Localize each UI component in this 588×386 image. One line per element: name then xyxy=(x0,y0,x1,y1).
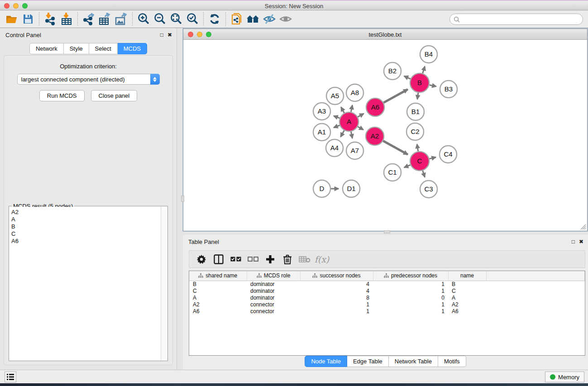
table-row[interactable]: Adominator80A xyxy=(189,294,585,301)
cell-MCDS-role[interactable]: dominator xyxy=(247,294,300,301)
show-network-icon[interactable] xyxy=(277,11,294,27)
cell-successor-nodes[interactable]: 4 xyxy=(300,281,373,287)
float-panel-icon[interactable]: □ xyxy=(160,32,163,38)
table-row[interactable]: Cdominator41C xyxy=(189,287,585,294)
close-table-panel-icon[interactable]: ✖ xyxy=(579,239,583,244)
cell-shared-name[interactable]: A6 xyxy=(189,308,247,315)
open-file-icon[interactable] xyxy=(4,11,20,27)
edge-A6-B[interactable] xyxy=(383,89,407,102)
column-header-predecessor-nodes[interactable]: predecessor nodes xyxy=(373,271,448,281)
cell-predecessor-nodes[interactable]: 1 xyxy=(373,301,448,308)
zoom-out-icon[interactable] xyxy=(152,11,168,27)
edge-C-C4[interactable] xyxy=(429,157,435,158)
float-table-panel-icon[interactable]: □ xyxy=(572,239,575,244)
node-table[interactable]: shared nameMCDS rolesuccessor nodesprede… xyxy=(189,271,585,356)
column-header-shared-name[interactable]: shared name xyxy=(189,271,247,281)
cell-name[interactable]: A2 xyxy=(448,301,486,308)
edge-C-C1[interactable] xyxy=(404,165,411,167)
cell-name[interactable]: B xyxy=(448,281,486,287)
export-image-icon[interactable] xyxy=(113,11,129,27)
edge-A-A5[interactable] xyxy=(341,107,344,113)
cell-name[interactable]: A6 xyxy=(448,308,486,315)
tab-edge-table[interactable]: Edge Table xyxy=(347,356,389,367)
search-input[interactable] xyxy=(462,16,579,23)
settings-gear-icon[interactable] xyxy=(194,253,209,266)
run-mcds-button[interactable]: Run MCDS xyxy=(39,90,85,101)
optimization-criterion-select[interactable]: largest connected component (directed) xyxy=(17,74,160,85)
result-item[interactable]: C xyxy=(11,230,159,238)
cell-name[interactable]: C xyxy=(448,287,486,294)
cell-MCDS-role[interactable]: connector xyxy=(247,301,300,308)
edge-B-B2[interactable] xyxy=(404,76,411,79)
deselect-all-checkboxes-icon[interactable] xyxy=(245,253,261,266)
cell-name[interactable]: A xyxy=(448,294,486,301)
edge-C-C2[interactable] xyxy=(417,144,418,152)
tab-select[interactable]: Select xyxy=(89,43,118,54)
cell-shared-name[interactable]: A2 xyxy=(189,301,247,308)
edge-A-A2[interactable] xyxy=(358,127,363,130)
edge-A-A4[interactable] xyxy=(341,130,344,137)
zoom-in-icon[interactable] xyxy=(135,11,152,27)
zoom-selected-icon[interactable] xyxy=(184,11,201,27)
import-network-icon[interactable] xyxy=(42,11,58,27)
horizontal-splitter-handle[interactable] xyxy=(384,230,390,234)
edge-A2-C[interactable] xyxy=(383,141,407,154)
window-resize-grip[interactable] xyxy=(580,224,586,230)
tab-mcds[interactable]: MCDS xyxy=(118,43,147,54)
cell-predecessor-nodes[interactable]: 1 xyxy=(373,308,448,315)
cell-successor-nodes[interactable]: 8 xyxy=(300,294,373,301)
edge-A-A3[interactable] xyxy=(334,116,339,118)
network-graph[interactable]: B4B2BB3A5A8A6B1A3AA1C2A2A4A7C4CC1C3DD1 xyxy=(183,40,587,231)
cell-predecessor-nodes[interactable]: 0 xyxy=(373,294,448,301)
table-row[interactable]: A2connector11A2 xyxy=(189,301,585,308)
open-session-file-icon[interactable] xyxy=(229,11,245,27)
edge-B-B1[interactable] xyxy=(417,93,418,99)
tab-motifs[interactable]: Motifs xyxy=(438,356,466,367)
column-layout-icon[interactable] xyxy=(211,253,226,266)
show-all-views-icon[interactable] xyxy=(245,11,261,27)
cell-shared-name[interactable]: A xyxy=(189,294,247,301)
result-item[interactable]: A6 xyxy=(11,238,159,245)
table-row[interactable]: Bdominator41B xyxy=(189,281,585,287)
tab-node-table[interactable]: Node Table xyxy=(305,356,347,367)
cell-predecessor-nodes[interactable]: 1 xyxy=(373,281,448,287)
function-builder-icon[interactable]: f(x) xyxy=(314,253,330,266)
import-table-icon[interactable] xyxy=(58,11,75,27)
table-row[interactable]: A6connector11A6 xyxy=(189,308,585,315)
mcds-result-list[interactable]: A2ABCA6 xyxy=(10,207,161,360)
vertical-splitter-handle[interactable] xyxy=(181,195,184,202)
delete-column-icon[interactable] xyxy=(280,253,295,266)
tab-style[interactable]: Style xyxy=(64,43,89,54)
close-panel-icon[interactable]: ✖ xyxy=(167,32,172,38)
cell-MCDS-role[interactable]: connector xyxy=(247,308,300,315)
memory-button[interactable]: Memory xyxy=(545,372,584,382)
column-header-MCDS-role[interactable]: MCDS role xyxy=(247,271,300,281)
network-canvas[interactable]: B4B2BB3A5A8A6B1A3AA1C2A2A4A7C4CC1C3DD1 xyxy=(183,40,587,231)
select-all-checkboxes-icon[interactable] xyxy=(228,253,244,266)
edge-A-A6[interactable] xyxy=(358,114,363,117)
tab-network[interactable]: Network xyxy=(29,43,64,54)
cell-shared-name[interactable]: C xyxy=(189,287,247,294)
result-item[interactable]: B xyxy=(11,223,159,230)
cell-MCDS-role[interactable]: dominator xyxy=(247,287,300,294)
result-scrollbar[interactable] xyxy=(161,207,167,360)
edge-B-B4[interactable] xyxy=(423,67,425,73)
edge-B-B3[interactable] xyxy=(429,85,436,86)
tab-network-table[interactable]: Network Table xyxy=(389,356,438,367)
cell-MCDS-role[interactable]: dominator xyxy=(247,281,300,287)
add-column-icon[interactable] xyxy=(263,253,278,266)
close-panel-button[interactable]: Close panel xyxy=(91,90,138,101)
result-item[interactable]: A xyxy=(11,216,159,223)
column-header-name[interactable]: name xyxy=(448,271,486,281)
task-history-button[interactable] xyxy=(5,372,16,382)
edge-A-A7[interactable] xyxy=(351,132,352,138)
edge-C-C3[interactable] xyxy=(423,171,425,177)
cell-successor-nodes[interactable]: 4 xyxy=(300,287,373,294)
cell-successor-nodes[interactable]: 1 xyxy=(300,308,373,315)
cell-shared-name[interactable]: B xyxy=(189,281,247,287)
save-session-icon[interactable] xyxy=(20,11,36,27)
network-window-titlebar[interactable]: testGlobe.txt xyxy=(183,29,587,40)
edge-A-A1[interactable] xyxy=(334,125,339,128)
edge-A-A8[interactable] xyxy=(351,105,352,112)
hide-network-icon[interactable] xyxy=(261,11,277,27)
